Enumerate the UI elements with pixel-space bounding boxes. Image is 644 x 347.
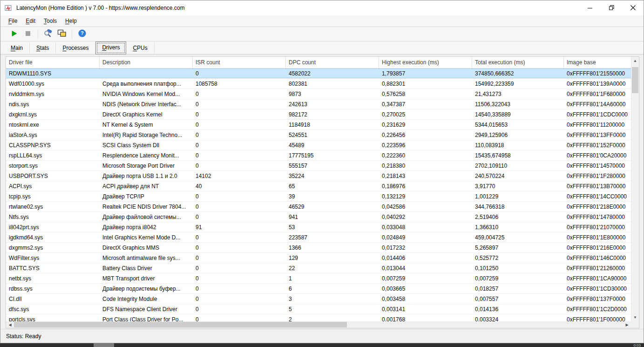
tab-processes[interactable]: Processes <box>56 42 95 54</box>
menu-item-help[interactable]: Help <box>61 16 81 26</box>
cell: 0xFFFFF801'139A0000 <box>564 81 631 87</box>
cell: 0xFFFFF801'1CD30000 <box>564 286 631 292</box>
column-header-highest-execution-ms-[interactable]: Highest execution (ms) <box>379 57 472 68</box>
table-row[interactable]: i8042prt.sysДрайвер порта i804291530,033… <box>6 222 631 232</box>
table-row[interactable]: BATTC.SYSBattery Class Driver0220,013044… <box>6 263 631 273</box>
cell: 65 <box>286 183 379 190</box>
copy-report-button[interactable] <box>55 28 69 40</box>
menu-item-tools[interactable]: Tools <box>40 16 61 26</box>
cell: 0 <box>193 255 286 261</box>
vertical-scrollbar[interactable]: ▲ ▼ <box>631 57 639 321</box>
system-report-button[interactable] <box>41 28 55 40</box>
status-text: Status: Ready <box>6 333 41 340</box>
table-row[interactable]: storport.sysMicrosoft Storage Port Drive… <box>6 161 631 171</box>
column-header-dpc-count[interactable]: DPC count <box>286 57 379 68</box>
scroll-down-button[interactable]: ▼ <box>631 313 639 321</box>
start-monitor-button[interactable] <box>7 28 21 40</box>
tab-bar: MainStatsProcessesDriversCPUs <box>0 41 644 54</box>
cell: 0xFFFFF801'14A60000 <box>564 101 631 108</box>
help-icon: ? <box>78 29 86 39</box>
column-header-description[interactable]: Description <box>100 57 193 68</box>
column-header-isr-count[interactable]: ISR count <box>193 57 286 68</box>
cell: 0xFFFFF801'216E0000 <box>564 245 631 251</box>
scroll-right-button[interactable]: ▶ <box>623 321 631 328</box>
horizontal-scroll-thumb[interactable] <box>14 322 347 327</box>
cell: USBPORT.SYS <box>6 173 100 179</box>
scroll-left-button[interactable]: ◀ <box>6 321 14 328</box>
close-button[interactable] <box>622 0 644 15</box>
table-row[interactable]: ACPI.sysACPI драйвер для NT40650,1869763… <box>6 181 631 191</box>
table-row[interactable]: portcls.sysPort Class (Class Driver for … <box>6 314 631 321</box>
column-header-driver-file[interactable]: Driver file <box>6 57 100 68</box>
table-row[interactable]: USBPORT.SYSДрайвер порта USB 1.1 и 2.014… <box>6 171 631 181</box>
table-row[interactable]: dxgmms2.sysDirectX Graphics MMS013660,01… <box>6 243 631 253</box>
table-row[interactable]: Ntfs.sysДрайвер файловой системы...09410… <box>6 212 631 222</box>
restore-button[interactable] <box>601 0 622 15</box>
cell: 0xFFFFF801'21550000 <box>564 70 631 77</box>
cell: CI.dll <box>6 296 100 302</box>
cell: i8042prt.sys <box>6 224 100 231</box>
table-row[interactable]: RDWM1110.SYS045820221,793857374850,66635… <box>6 68 631 79</box>
cell: 5,265897 <box>472 245 564 251</box>
recording-progress-bar[interactable]: 0:03 <box>0 343 644 347</box>
table-row[interactable]: iaStorA.sysIntel(R) Rapid Storage Techno… <box>6 130 631 140</box>
cell: 15435,674958 <box>472 152 564 159</box>
menu-item-file[interactable]: File <box>4 16 21 26</box>
column-header-total-execution-ms-[interactable]: Total execution (ms) <box>472 57 564 68</box>
table-row[interactable]: netbt.sysMBT Transport driver010,0072590… <box>6 273 631 284</box>
cell: BATTC.SYS <box>6 265 100 272</box>
cell: 0xFFFFF801'137F0000 <box>564 296 631 302</box>
column-header-image-base[interactable]: Image base <box>564 57 631 68</box>
table-row[interactable]: tcpip.sysДрайвер TCP/IP0390,1321291,0012… <box>6 191 631 202</box>
table-row[interactable]: CI.dllCode Integrity Module030,0034580,0… <box>6 294 631 304</box>
cell: 0 <box>193 234 286 241</box>
cell: 0 <box>193 286 286 292</box>
play-icon <box>11 30 17 38</box>
cell: 4582022 <box>286 70 379 77</box>
table-row[interactable]: rspLLL64.sysResplendence Latency Monit..… <box>6 150 631 161</box>
table-row[interactable]: rtwlane02.sysRealtek PCIE NDIS Driver 78… <box>6 202 631 212</box>
horizontal-scrollbar[interactable]: ◀ ▶ <box>6 321 631 328</box>
vertical-scroll-thumb[interactable] <box>632 67 638 93</box>
grid-body: RDWM1110.SYS045820221,793857374850,66635… <box>6 68 631 321</box>
cell: 1,001229 <box>472 193 564 200</box>
cell: WdFilter.sys <box>6 255 100 261</box>
table-row[interactable]: nvlddmkm.sysNVIDIA Windows Kernel Mod...… <box>6 89 631 99</box>
table-row[interactable]: ntoskrnl.exeNT Kernel & System011849180,… <box>6 120 631 130</box>
menu-item-edit[interactable]: Edit <box>21 16 40 26</box>
cell: 0xFFFFF801'1F280000 <box>564 173 631 179</box>
cell: 45489 <box>286 142 379 149</box>
table-row[interactable]: igdkmd64.sysIntel Graphics Kernel Mode D… <box>6 232 631 243</box>
tab-main[interactable]: Main <box>4 42 30 54</box>
tab-stats[interactable]: Stats <box>30 42 56 54</box>
cell: 223587 <box>286 234 379 241</box>
cell: 240,570224 <box>472 173 564 179</box>
cell: NDIS (Network Driver Interfac... <box>100 101 193 108</box>
cell: NVIDIA Windows Kernel Mod... <box>100 91 193 97</box>
progress-segment <box>94 343 114 347</box>
table-row[interactable]: CLASSPNP.SYSSCSI Class System Dll0454890… <box>6 140 631 150</box>
tab-cpus[interactable]: CPUs <box>126 42 154 54</box>
scroll-up-button[interactable]: ▲ <box>631 57 639 65</box>
table-row[interactable]: ndis.sysNDIS (Network Driver Interfac...… <box>6 99 631 109</box>
cell: 0xFFFFF801'14570000 <box>564 163 631 169</box>
cell: 0xFFFFF801'1C2D0000 <box>564 306 631 313</box>
cell: Battery Class Driver <box>100 265 193 272</box>
status-bar: Status: Ready <box>0 329 644 343</box>
minimize-button[interactable] <box>579 0 601 15</box>
table-row[interactable]: dfsc.sysDFS Namespace Client Driver050,0… <box>6 304 631 314</box>
cell: 374850,666352 <box>472 70 564 77</box>
cell: 0,270025 <box>379 111 472 118</box>
table-row[interactable]: rdbss.sysДрайвер подсистемы буфер...060,… <box>6 284 631 294</box>
table-row[interactable]: Wdf01000.sysСреда выполнения платфор...1… <box>6 79 631 89</box>
cell: 0xFFFFF801'146C0000 <box>564 255 631 261</box>
table-row[interactable]: dxgkrnl.sysDirectX Graphics Kernel098217… <box>6 109 631 120</box>
cell: 0 <box>193 122 286 128</box>
cell: 0,017232 <box>379 245 472 251</box>
help-button[interactable]: ? <box>75 28 89 40</box>
stop-monitor-button[interactable] <box>21 28 35 40</box>
tab-drivers[interactable]: Drivers <box>95 41 126 54</box>
cell: 0 <box>193 152 286 159</box>
cell: 0 <box>193 91 286 97</box>
table-row[interactable]: WdFilter.sysMicrosoft antimalware file s… <box>6 253 631 263</box>
